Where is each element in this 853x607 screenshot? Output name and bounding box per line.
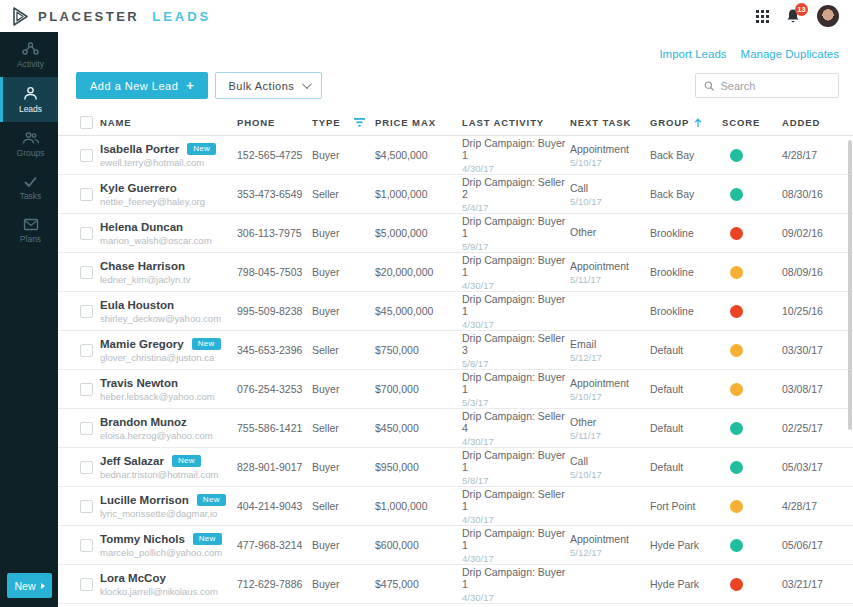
score-dot [730, 227, 743, 240]
row-checkbox[interactable] [80, 266, 93, 279]
lead-type: Buyer [312, 305, 375, 317]
lead-name[interactable]: Mamie Gregory [100, 338, 184, 350]
last-activity: Drip Campaign: Buyer 1 [462, 293, 570, 317]
column-header-score[interactable]: SCORE [722, 117, 782, 128]
last-activity-date: 4/30/17 [462, 280, 570, 291]
row-checkbox[interactable] [80, 578, 93, 591]
app-grid-icon[interactable] [756, 10, 769, 23]
placester-logo-icon [10, 6, 31, 27]
row-checkbox[interactable] [80, 383, 93, 396]
last-activity: Drip Campaign: Buyer 1 [462, 566, 570, 590]
notifications-button[interactable]: 13 [785, 8, 801, 24]
sidebar-item-activity[interactable]: Activity [0, 32, 58, 77]
sidebar: Activity Leads Groups Tasks Plans New [0, 32, 58, 607]
lead-name[interactable]: Kyle Guerrero [100, 182, 177, 194]
added-date: 03/21/17 [782, 578, 853, 590]
filter-icon[interactable] [354, 118, 365, 127]
column-header-type[interactable]: TYPE [312, 117, 375, 128]
sidebar-item-groups[interactable]: Groups [0, 122, 58, 166]
new-button[interactable]: New [7, 573, 52, 598]
notification-count-badge: 13 [795, 3, 808, 16]
column-header-added[interactable]: ADDED [782, 117, 853, 128]
lead-price-max: $950,000 [375, 461, 462, 473]
search-input[interactable] [720, 80, 830, 92]
table-row[interactable]: Lucille Morrison New lyric_morissette@da… [58, 487, 853, 526]
manage-duplicates-link[interactable]: Manage Duplicates [741, 48, 839, 60]
lead-name[interactable]: Tommy Nichols [100, 533, 185, 545]
last-activity: Drip Campaign: Seller 1 [462, 488, 570, 512]
table-row[interactable]: Chase Harrison New ledner_kim@jaclyn.tv … [58, 253, 853, 292]
score-dot [730, 500, 743, 513]
lead-type: Buyer [312, 149, 375, 161]
table-row[interactable]: Travis Newton New heber.lebsack@yahoo.co… [58, 370, 853, 409]
table-row[interactable]: Kyle Guerrero New nettie_feeney@haley.or… [58, 175, 853, 214]
lead-name[interactable]: Brandon Munoz [100, 416, 187, 428]
added-date: 03/30/17 [782, 344, 853, 356]
lead-name[interactable]: Helena Duncan [100, 221, 183, 233]
lead-name[interactable]: Lora McCoy [100, 572, 166, 584]
table-row[interactable]: Isabella Porter New ewell.terry@hotmail.… [58, 136, 853, 175]
plus-icon: + [186, 78, 194, 93]
row-checkbox[interactable] [80, 500, 93, 513]
lead-price-max: $20,000,000 [375, 266, 462, 278]
table-row[interactable]: Helena Duncan New marion_walsh@oscar.com… [58, 214, 853, 253]
added-date: 08/09/16 [782, 266, 853, 278]
table-row[interactable]: Brandon Munoz New eloisa.herzog@yahoo.co… [58, 409, 853, 448]
lead-name[interactable]: Travis Newton [100, 377, 178, 389]
column-header-phone[interactable]: PHONE [237, 117, 312, 128]
lead-name[interactable]: Jeff Salazar [100, 455, 164, 467]
import-leads-link[interactable]: Import Leads [659, 48, 726, 60]
row-checkbox[interactable] [80, 149, 93, 162]
lead-type: Seller [312, 422, 375, 434]
groups-icon [22, 131, 40, 145]
table-row[interactable]: Eula Houston New shirley_deckow@yahoo.co… [58, 292, 853, 331]
score-dot [730, 188, 743, 201]
table-row[interactable]: Lora McCoy New klocko.jarrell@nikolaus.c… [58, 565, 853, 604]
lead-type: Buyer [312, 461, 375, 473]
search-box [695, 73, 839, 98]
add-new-lead-button[interactable]: Add a New Lead + [76, 72, 208, 99]
row-checkbox[interactable] [80, 461, 93, 474]
column-header-price-max[interactable]: PRICE MAX [375, 117, 462, 128]
row-checkbox[interactable] [80, 227, 93, 240]
row-checkbox[interactable] [80, 539, 93, 552]
next-task-date: 5/10/17 [570, 391, 650, 402]
row-checkbox[interactable] [80, 305, 93, 318]
activity-icon [22, 41, 39, 56]
lead-name[interactable]: Eula Houston [100, 299, 174, 311]
column-header-last-activity[interactable]: LAST ACTIVITY [462, 117, 570, 128]
row-checkbox[interactable] [80, 344, 93, 357]
last-activity-date: 5/3/17 [462, 397, 570, 408]
lead-price-max: $1,000,000 [375, 188, 462, 200]
new-badge: New [187, 143, 216, 155]
scrollbar-thumb[interactable] [848, 140, 852, 430]
lead-group: Default [650, 461, 722, 473]
last-activity-date: 4/30/17 [462, 436, 570, 447]
table-row[interactable]: Tommy Nichols New marcelo_pollich@yahoo.… [58, 526, 853, 565]
user-avatar[interactable] [817, 5, 839, 27]
last-activity: Drip Campaign: Buyer 1 [462, 449, 570, 473]
column-header-group[interactable]: GROUP [650, 117, 722, 128]
logo[interactable]: PLACESTER LEADS [10, 6, 211, 27]
row-checkbox[interactable] [80, 422, 93, 435]
next-task: Other [570, 226, 650, 238]
column-header-name[interactable]: NAME [100, 117, 237, 128]
lead-name[interactable]: Chase Harrison [100, 260, 185, 272]
bulk-actions-button[interactable]: Bulk Actions [215, 72, 322, 99]
lead-type: Seller [312, 188, 375, 200]
table-row[interactable]: Mamie Gregory New glover_christina@justo… [58, 331, 853, 370]
lead-name[interactable]: Lucille Morrison [100, 494, 189, 506]
table-row[interactable]: Jeff Salazar New bednar.triston@hotmail.… [58, 448, 853, 487]
row-checkbox[interactable] [80, 188, 93, 201]
sidebar-item-tasks[interactable]: Tasks [0, 166, 58, 209]
lead-phone: 152-565-4725 [237, 149, 312, 161]
lead-type: Seller [312, 500, 375, 512]
lead-name[interactable]: Isabella Porter [100, 143, 179, 155]
sidebar-item-leads[interactable]: Leads [0, 77, 58, 122]
lead-group: Default [650, 344, 722, 356]
select-all-checkbox[interactable] [80, 116, 93, 129]
added-date: 4/28/17 [782, 500, 853, 512]
lead-email: eloisa.herzog@yahoo.com [100, 430, 237, 441]
sidebar-item-plans[interactable]: Plans [0, 209, 58, 252]
column-header-next-task[interactable]: NEXT TASK [570, 117, 650, 128]
